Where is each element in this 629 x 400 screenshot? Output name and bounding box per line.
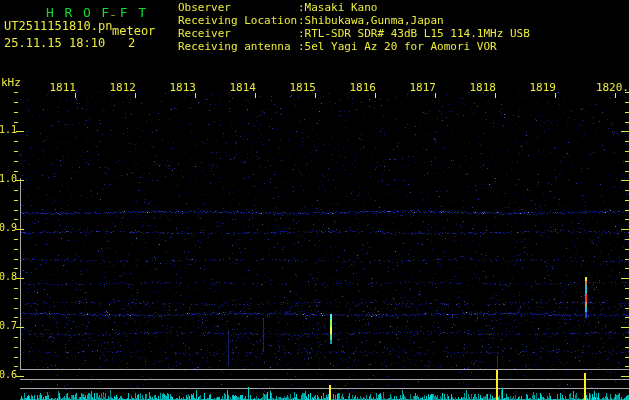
receiver-value: :RTL-SDR SDR# 43dB L15 114.1MHz USB (298, 28, 530, 39)
receiving-location-label: Receiving Location (178, 15, 297, 26)
spectrogram-canvas (0, 0, 629, 400)
x-axis-label-1811: 1811 (46, 82, 76, 93)
x-axis-label-1814: 1814 (226, 82, 256, 93)
x-axis-label-1820: 1820. (595, 82, 629, 93)
y-axis-label-0_6: 0.6 (0, 370, 17, 380)
x-axis-label-1812: 1812 (106, 82, 136, 93)
hrofft-screenshot: H R O F F T UT2511151810.pn ¨ meteor 25.… (0, 0, 629, 400)
observer-value: :Masaki Kano (298, 2, 377, 13)
x-axis-label-1819: 1819 (526, 82, 556, 93)
receiving-location-value: :Shibukawa,Gunma,Japan (298, 15, 444, 26)
x-axis-label-1818: 1818 (466, 82, 496, 93)
observer-label: Observer (178, 2, 231, 13)
x-axis-label-1813: 1813 (166, 82, 196, 93)
y-axis-label-0_8: 0.8 (0, 272, 17, 282)
y-axis-label-0_7: 0.7 (0, 321, 17, 331)
y-axis-label-1_0: 1.0 (0, 174, 17, 184)
receiver-label: Receiver (178, 28, 231, 39)
y-axis-label-0_9: 0.9 (0, 223, 17, 233)
receiving-antenna-value: :5el Yagi Az 20 for Aomori VOR (298, 41, 497, 52)
app-title: H R O F F T (46, 6, 148, 19)
y-axis-label-1_1: 1.1 (0, 125, 17, 135)
datetime-label: 25.11.15 18:10 (4, 37, 105, 49)
echo-count: 2 (128, 37, 135, 49)
y-axis-unit-label: kHz (1, 77, 21, 88)
x-axis-label-1817: 1817 (406, 82, 436, 93)
filename-label: UT2511151810.pn (4, 20, 112, 32)
receiving-antenna-label: Receiving antenna (178, 41, 291, 52)
x-axis-label-1816: 1816 (346, 82, 376, 93)
x-axis-label-1815: 1815 (286, 82, 316, 93)
